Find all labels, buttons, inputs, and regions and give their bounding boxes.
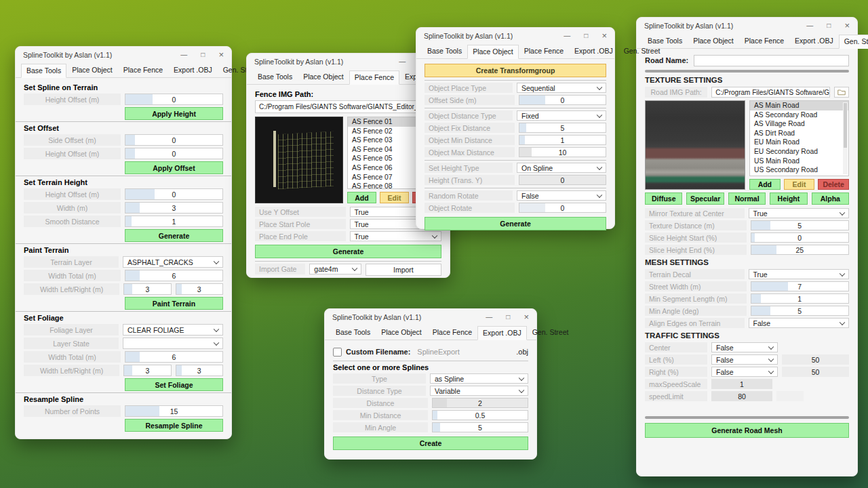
tab-export-obj[interactable]: Export .OBJ [168, 63, 218, 77]
width-right-input[interactable]: 3 [176, 365, 223, 376]
max-speed-scale-input[interactable]: 1 [711, 379, 772, 389]
add-road-button[interactable]: Add [749, 179, 781, 190]
tab-gen-street[interactable]: Gen. Street [618, 44, 666, 58]
minimize-icon[interactable]: — [564, 33, 570, 39]
diffuse-map-button[interactable]: Diffuse [645, 192, 682, 205]
width-total-input[interactable]: 6 [125, 351, 223, 363]
number-of-points-input[interactable]: 15 [125, 405, 223, 417]
min-angle-deg-input[interactable]: 5 [751, 306, 850, 316]
object-min-distance-input[interactable]: 1 [519, 135, 606, 145]
titlebar[interactable]: SplineToolkit by Aslan (v1.1) — □ × [637, 18, 857, 34]
tab-place-fence[interactable]: Place Fence [118, 63, 168, 77]
tab-place-fence[interactable]: Place Fence [519, 44, 569, 58]
road-list-item[interactable]: EU Secondary Road [750, 147, 848, 157]
titlebar[interactable]: SplineToolkit by Aslan (v1.1) — □ × [325, 309, 536, 325]
width-total-input[interactable]: 6 [125, 270, 223, 281]
tab-place-object[interactable]: Place Object [467, 45, 519, 59]
road-list-item[interactable]: AS Main Road [750, 101, 848, 110]
tab-place-object[interactable]: Place Object [66, 63, 118, 77]
close-icon[interactable]: × [844, 22, 850, 29]
minimize-icon[interactable]: — [399, 58, 406, 65]
terrain-layer-select[interactable]: ASPHALT_CRACKS [123, 256, 223, 268]
min-distance-input[interactable]: 0.5 [432, 410, 528, 420]
maximize-icon[interactable]: □ [827, 22, 831, 29]
tab-base-tools[interactable]: Base Tools [330, 325, 376, 340]
tab-place-object[interactable]: Place Object [688, 34, 739, 48]
maximize-icon[interactable]: □ [506, 314, 510, 321]
paint-terrain-button[interactable]: Paint Terrain [125, 297, 223, 310]
terrain-decal-select[interactable]: True [749, 269, 850, 279]
smooth-distance-input[interactable]: 1 [125, 216, 223, 227]
object-place-type-select[interactable]: Sequential [517, 83, 606, 93]
align-edges-select[interactable]: False [749, 318, 850, 328]
apply-height-button[interactable]: Apply Height [125, 107, 223, 120]
min-angle-input[interactable]: 5 [432, 422, 528, 432]
minimize-icon[interactable]: — [486, 314, 492, 321]
random-rotate-select[interactable]: False [517, 190, 606, 201]
close-icon[interactable]: × [524, 314, 529, 321]
speed-limit-input[interactable]: 80 [711, 391, 772, 401]
maximize-icon[interactable]: □ [201, 52, 205, 58]
set-foliage-button[interactable]: Set Foliage [125, 378, 223, 391]
add-fence-button[interactable]: Add [347, 192, 376, 203]
apply-offset-button[interactable]: Apply Offset [125, 161, 223, 174]
generate-objects-button[interactable]: Generate [425, 217, 606, 230]
set-height-type-select[interactable]: On Spline [517, 163, 606, 173]
close-icon[interactable]: × [601, 33, 607, 39]
tab-base-tools[interactable]: Base Tools [252, 70, 298, 84]
tab-export-obj[interactable]: Export .OBJ [477, 326, 527, 340]
traffic-center-select[interactable]: False [711, 342, 778, 352]
tab-place-fence[interactable]: Place Fence [427, 325, 477, 340]
tab-gen-street[interactable]: Gen. Street [839, 35, 868, 49]
fence-img-path-input[interactable]: C:/Program Files/GIANTS Software/GIANTS_… [255, 100, 441, 113]
object-max-distance-input[interactable]: 10 [519, 147, 606, 157]
edit-fence-button[interactable]: Edit [380, 192, 409, 203]
mirror-texture-select[interactable]: True [749, 208, 850, 218]
gate-select[interactable]: gate4m [309, 264, 361, 274]
height-trans-y-input[interactable]: 0 [519, 175, 606, 185]
alpha-map-button[interactable]: Alpha [812, 192, 849, 205]
folder-browse-button[interactable] [834, 87, 849, 98]
side-offset-input[interactable]: 0 [125, 134, 223, 146]
height-offset-input[interactable]: 0 [125, 188, 223, 200]
width-left-input[interactable]: 3 [123, 365, 171, 376]
close-icon[interactable]: × [218, 52, 224, 58]
distance-type-select[interactable]: Variable [430, 386, 528, 396]
tab-base-tools[interactable]: Base Tools [21, 64, 66, 78]
titlebar[interactable]: SplineToolkit by Aslan (v1.1) — □ × [16, 47, 231, 63]
street-width-input[interactable]: 7 [751, 281, 850, 291]
tab-place-fence[interactable]: Place Fence [739, 34, 789, 48]
traffic-left-pct-input[interactable]: 50 [782, 354, 849, 365]
tab-export-obj[interactable]: Export .OBJ [569, 44, 618, 58]
delete-road-button[interactable]: Delete [818, 179, 849, 190]
filename-input[interactable]: SplineExport [414, 348, 512, 356]
scrollbar-thumb[interactable] [844, 103, 847, 148]
create-transformgroup-button[interactable]: Create Transformgroup [425, 64, 606, 77]
width-left-input[interactable]: 3 [123, 283, 171, 295]
import-button[interactable]: Import [366, 264, 441, 276]
height-offset-input[interactable]: 0 [125, 148, 223, 159]
minimize-icon[interactable]: — [806, 22, 813, 29]
custom-filename-checkbox[interactable] [333, 348, 342, 357]
road-name-input[interactable] [694, 55, 849, 66]
scrollbar-vertical[interactable] [843, 102, 848, 174]
road-list-item[interactable]: AS Dirt Road [750, 129, 848, 138]
road-img-path-input[interactable]: C:/Program Files/GIANTS Software/GIANTS [711, 87, 830, 98]
object-rotate-input[interactable]: 0 [519, 203, 606, 213]
specular-map-button[interactable]: Specular [686, 192, 724, 205]
height-map-button[interactable]: Height [770, 192, 807, 205]
edit-road-button[interactable]: Edit [784, 179, 815, 190]
tab-gen-street[interactable]: Gen. Street [527, 325, 574, 340]
traffic-right-select[interactable]: False [711, 367, 778, 377]
minimize-icon[interactable]: — [180, 52, 187, 58]
slice-height-start-input[interactable]: 0 [751, 232, 850, 243]
traffic-right-pct-input[interactable]: 50 [782, 367, 849, 377]
normal-map-button[interactable]: Normal [728, 192, 766, 205]
road-list-item[interactable]: US Secondary Road [750, 165, 848, 175]
scrollbar-horizontal[interactable] [645, 70, 849, 73]
create-export-button[interactable]: Create [333, 436, 528, 450]
layer-state-select[interactable] [123, 338, 223, 349]
tab-base-tools[interactable]: Base Tools [422, 44, 467, 58]
generate-road-mesh-button[interactable]: Generate Road Mesh [645, 423, 849, 438]
traffic-left-select[interactable]: False [711, 354, 778, 365]
